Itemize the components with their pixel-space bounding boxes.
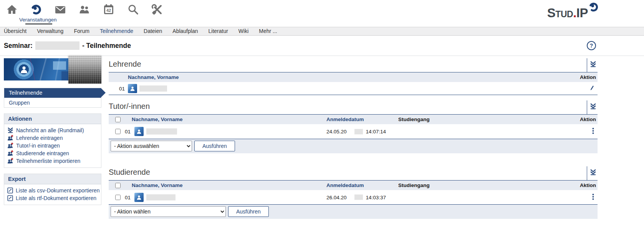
schedule-week-number: 42 — [106, 8, 111, 13]
bulk-action-select[interactable]: - Aktion auswählen — [111, 141, 192, 151]
studierende-table-header: Nachname, Vorname Anmeldedatum Studienga… — [109, 180, 598, 190]
message-to-all-icon[interactable] — [590, 103, 596, 111]
anmelde-time: 14:03:37 — [366, 194, 386, 200]
row-checkbox[interactable] — [115, 195, 121, 200]
name-redacted — [139, 85, 167, 92]
help-icon[interactable]: ? — [586, 41, 596, 52]
tab-teilnehmende[interactable]: Teilnehmende — [100, 27, 133, 35]
tab-literatur[interactable]: Literatur — [208, 27, 228, 35]
tab-uebersicht[interactable]: Übersicht — [4, 27, 26, 35]
action-rundmail[interactable]: Nachricht an alle (Rundmail) — [4, 126, 101, 134]
row-index: 01 — [125, 194, 131, 200]
veranstaltungen-label[interactable]: Veranstaltungen — [19, 17, 57, 23]
col-studiengang: Studiengang — [398, 115, 430, 124]
date-redacted — [354, 195, 363, 200]
mail-icon[interactable] — [55, 4, 66, 15]
mail-all-icon — [7, 127, 13, 133]
name-redacted — [146, 128, 177, 135]
tab-ablaufplan[interactable]: Ablaufplan — [172, 27, 198, 35]
banner-shape — [53, 61, 66, 70]
tutoren-section-head: Tutor/-innen — [109, 98, 598, 114]
col-nachname-vorname[interactable]: Nachname, Vorname — [132, 181, 183, 190]
action-label: Lehrende eintragen — [16, 135, 63, 141]
page-title-prefix: Seminar: — [4, 42, 33, 50]
home-icon[interactable] — [6, 4, 18, 15]
page-title: Seminar: - Teilnehmende — [4, 41, 131, 50]
row-index: 01 — [119, 85, 125, 91]
action-teilnehmerliste-importieren[interactable]: Teilnehmerliste importieren — [4, 157, 101, 165]
top-header-bar: 42 Veranstaltungen Stud.IP — [0, 0, 644, 27]
kebab-menu-icon[interactable] — [592, 194, 594, 201]
lehrende-section-head: Lehrende — [109, 57, 598, 72]
svg-text:?: ? — [590, 43, 593, 49]
page-title-suffix: - Teilnehmende — [82, 42, 131, 50]
person-add-icon — [7, 135, 13, 141]
veranstaltungen-icon[interactable] — [30, 4, 42, 15]
action-studierende-eintragen[interactable]: Studierende eintragen — [4, 149, 101, 157]
action-tutor-eintragen[interactable]: Tutor/-in eintragen — [4, 142, 101, 149]
divider — [587, 58, 587, 72]
sidebar-item-gruppen[interactable]: Gruppen — [4, 98, 101, 107]
tab-wiki[interactable]: Wiki — [238, 27, 248, 35]
date-redacted — [354, 129, 363, 134]
row-index: 01 — [125, 129, 131, 135]
action-label: Teilnehmerliste importieren — [16, 158, 80, 164]
message-to-all-icon[interactable] — [590, 61, 596, 69]
main-content: Lehrende Nachname, Vorname Aktion 01 Tut… — [109, 57, 598, 219]
divider — [587, 166, 587, 180]
page-title-bar: Seminar: - Teilnehmende ? — [0, 36, 644, 56]
lehrende-title: Lehrende — [109, 60, 141, 69]
edit-icon[interactable] — [589, 85, 594, 92]
tab-dateien[interactable]: Dateien — [144, 27, 162, 35]
tab-forum[interactable]: Forum — [74, 27, 89, 35]
action-label: Tutor/-in eintragen — [16, 143, 60, 149]
logo-part-ip: IP — [576, 6, 588, 20]
col-anmeldedatum[interactable]: Anmeldedatum — [326, 181, 364, 190]
export-csv[interactable]: Liste als csv-Dokument exportieren — [4, 187, 101, 194]
select-all-checkbox[interactable] — [115, 117, 121, 122]
tab-verwaltung[interactable]: Verwaltung — [37, 27, 63, 35]
export-label: Liste als rtf-Dokument exportieren — [16, 195, 96, 201]
search-icon[interactable] — [127, 4, 139, 15]
avatar[interactable] — [134, 127, 144, 136]
col-nachname-vorname[interactable]: Nachname, Vorname — [128, 72, 179, 82]
studierende-section-head: Studierende — [109, 165, 598, 180]
tools-icon[interactable] — [151, 4, 163, 15]
col-anmeldedatum[interactable]: Anmeldedatum — [326, 115, 364, 124]
studierende-title: Studierende — [109, 168, 150, 177]
execute-button[interactable]: Ausführen — [194, 141, 235, 151]
tutoren-row: 01 24.05.20 14:07:14 — [109, 124, 598, 139]
active-tab-underline — [25, 23, 52, 25]
anmelde-date: 26.04.20 — [326, 194, 347, 200]
schedule-icon[interactable]: 42 — [103, 4, 114, 15]
studip-logo-swirl-icon — [588, 2, 599, 14]
sidebar-export-box: Export Liste als csv-Dokument exportiere… — [4, 174, 101, 205]
row-checkbox[interactable] — [115, 129, 121, 134]
avatar[interactable] — [134, 193, 144, 202]
person-add-icon — [7, 150, 13, 156]
anmeldedatum-cell: 24.05.20 14:07:14 — [326, 129, 386, 135]
message-to-all-icon[interactable] — [590, 169, 596, 177]
community-icon[interactable] — [79, 4, 90, 15]
studip-logo-text: Stud.IP — [547, 6, 588, 20]
kebab-menu-icon[interactable] — [592, 128, 594, 135]
document-export-icon — [7, 187, 13, 194]
lehrende-row: 01 — [109, 82, 598, 95]
studierende-row: 01 26.04.20 14:03:37 — [109, 190, 598, 205]
lehrende-table-header: Nachname, Vorname Aktion — [109, 72, 598, 82]
tab-mehr[interactable]: Mehr ... — [259, 27, 277, 35]
action-lehrende-eintragen[interactable]: Lehrende eintragen — [4, 134, 101, 142]
divider — [587, 100, 587, 114]
execute-button[interactable]: Ausführen — [228, 206, 269, 217]
bulk-action-select[interactable]: - Aktion wählen — [111, 206, 226, 217]
sidebar-nav-box: Teilnehmende Gruppen — [4, 88, 101, 108]
col-aktion: Aktion — [580, 181, 596, 190]
avatar[interactable] — [128, 84, 137, 93]
course-banner — [4, 57, 101, 81]
sidebar-item-teilnehmende[interactable]: Teilnehmende — [4, 88, 101, 98]
col-studiengang: Studiengang — [398, 181, 430, 190]
studierende-bulk-actions: - Aktion wählen Ausführen — [109, 205, 598, 219]
select-all-checkbox[interactable] — [115, 183, 121, 188]
export-rtf[interactable]: Liste als rtf-Dokument exportieren — [4, 194, 101, 202]
col-nachname-vorname[interactable]: Nachname, Vorname — [132, 115, 183, 124]
